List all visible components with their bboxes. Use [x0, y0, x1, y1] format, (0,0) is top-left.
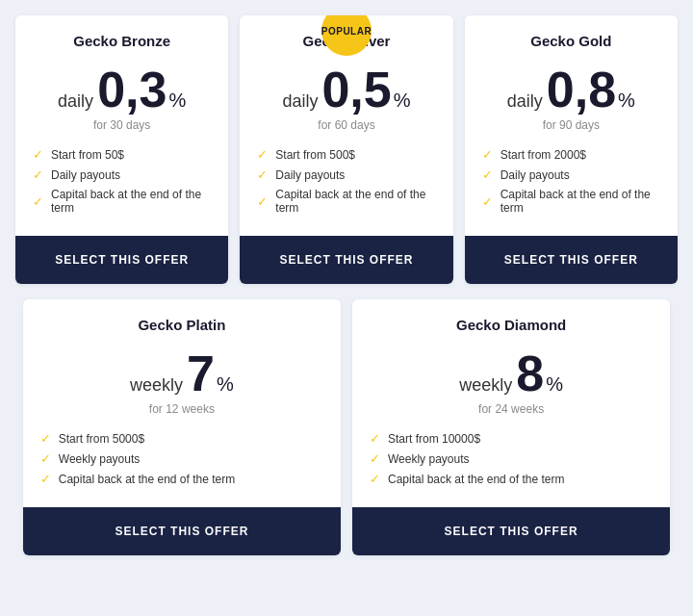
rate-number-bronze: 0,3	[97, 64, 167, 115]
plan-card-bronze: Gecko Bronze daily 0,3 % for 30 days ✓St…	[15, 15, 228, 284]
feature-gold-1: ✓Daily payouts	[482, 167, 660, 182]
rate-label-platin: weekly	[130, 375, 183, 396]
rate-label-silver: daily	[282, 91, 318, 112]
rate-number-platin: 7	[187, 348, 215, 398]
rate-period-bronze: for 30 days	[33, 118, 211, 132]
select-gold-button[interactable]: SELECT THIS OFFER	[465, 236, 678, 284]
check-icon: ✓	[482, 167, 493, 182]
feature-platin-1: ✓Weekly payouts	[40, 451, 323, 466]
check-icon: ✓	[257, 194, 268, 209]
feature-gold-0: ✓Start from 2000$	[482, 147, 660, 162]
plan-card-platin: Gecko Platin weekly 7 % for 12 weeks ✓St…	[23, 299, 341, 555]
select-silver-button[interactable]: SELECT THIS OFFER	[240, 236, 452, 284]
card-body-bronze: Gecko Bronze daily 0,3 % for 30 days ✓St…	[15, 15, 228, 236]
check-icon: ✓	[257, 147, 268, 162]
check-icon: ✓	[370, 472, 380, 486]
check-icon: ✓	[370, 451, 380, 466]
feature-bronze-1: ✓Daily payouts	[33, 167, 211, 182]
rate-percent-silver: %	[394, 90, 411, 112]
rate-number-gold: 0,8	[547, 64, 616, 115]
features-diamond: ✓Start from 10000$ ✓Weekly payouts ✓Capi…	[370, 431, 653, 486]
card-body-gold: Gecko Gold daily 0,8 % for 90 days ✓Star…	[465, 15, 678, 236]
feature-diamond-1: ✓Weekly payouts	[370, 451, 653, 466]
rate-number-silver: 0,5	[321, 64, 391, 115]
rate-line-platin: weekly 7 %	[40, 348, 323, 398]
feature-diamond-2: ✓Capital back at the end of the term	[370, 472, 653, 486]
feature-silver-2: ✓Capital back at the end of the term	[257, 188, 435, 215]
bottom-plans-row: Gecko Platin weekly 7 % for 12 weeks ✓St…	[15, 299, 678, 555]
feature-platin-2: ✓Capital back at the end of the term	[40, 472, 323, 486]
check-icon: ✓	[33, 167, 43, 182]
check-icon: ✓	[257, 167, 268, 182]
rate-period-silver: for 60 days	[257, 118, 435, 132]
check-icon: ✓	[40, 472, 51, 486]
select-diamond-button[interactable]: SELECT THIS OFFER	[352, 507, 670, 555]
select-platin-button[interactable]: SELECT THIS OFFER	[23, 507, 341, 555]
features-gold: ✓Start from 2000$ ✓Daily payouts ✓Capita…	[482, 147, 660, 215]
check-icon: ✓	[40, 451, 51, 466]
feature-gold-2: ✓Capital back at the end of the term	[482, 188, 660, 215]
check-icon: ✓	[482, 147, 493, 162]
rate-line-bronze: daily 0,3 %	[33, 64, 211, 115]
rate-period-platin: for 12 weeks	[40, 402, 323, 416]
features-silver: ✓Start from 500$ ✓Daily payouts ✓Capital…	[257, 147, 435, 215]
rate-percent-diamond: %	[546, 373, 563, 396]
card-body-diamond: Gecko Diamond weekly 8 % for 24 weeks ✓S…	[352, 299, 670, 507]
check-icon: ✓	[40, 431, 51, 446]
rate-line-gold: daily 0,8 %	[482, 64, 660, 115]
select-bronze-button[interactable]: SELECT THIS OFFER	[15, 236, 228, 284]
rate-period-gold: for 90 days	[482, 118, 660, 132]
rate-line-silver: daily 0,5 %	[257, 64, 435, 115]
rate-label-bronze: daily	[58, 91, 93, 112]
rate-line-diamond: weekly 8 %	[370, 348, 653, 398]
feature-bronze-0: ✓Start from 50$	[33, 147, 211, 162]
feature-diamond-0: ✓Start from 10000$	[370, 431, 653, 446]
rate-number-diamond: 8	[516, 348, 544, 398]
rate-percent-bronze: %	[168, 90, 186, 112]
top-plans-row: Gecko Bronze daily 0,3 % for 30 days ✓St…	[15, 15, 678, 284]
plan-card-gold: Gecko Gold daily 0,8 % for 90 days ✓Star…	[465, 15, 678, 284]
rate-period-diamond: for 24 weeks	[370, 402, 653, 416]
plan-title-bronze: Gecko Bronze	[33, 33, 211, 49]
rate-percent-gold: %	[618, 90, 635, 112]
feature-silver-1: ✓Daily payouts	[257, 167, 435, 182]
feature-platin-0: ✓Start from 5000$	[40, 431, 323, 446]
plan-card-silver: POPULAR Gecko Silver daily 0,5 % for 60 …	[240, 15, 452, 284]
plan-title-platin: Gecko Platin	[40, 317, 323, 333]
feature-silver-0: ✓Start from 500$	[257, 147, 435, 162]
rate-percent-platin: %	[217, 373, 234, 396]
feature-bronze-2: ✓Capital back at the end of the term	[33, 188, 211, 215]
check-icon: ✓	[482, 194, 493, 209]
features-platin: ✓Start from 5000$ ✓Weekly payouts ✓Capit…	[40, 431, 323, 486]
check-icon: ✓	[33, 194, 43, 209]
check-icon: ✓	[370, 431, 380, 446]
plan-card-diamond: Gecko Diamond weekly 8 % for 24 weeks ✓S…	[352, 299, 670, 555]
features-bronze: ✓Start from 50$ ✓Daily payouts ✓Capital …	[33, 147, 211, 215]
plan-title-gold: Gecko Gold	[482, 33, 660, 49]
rate-label-diamond: weekly	[459, 375, 512, 396]
card-body-platin: Gecko Platin weekly 7 % for 12 weeks ✓St…	[23, 299, 341, 507]
plan-title-diamond: Gecko Diamond	[370, 317, 653, 333]
rate-label-gold: daily	[507, 91, 543, 112]
check-icon: ✓	[33, 147, 43, 162]
